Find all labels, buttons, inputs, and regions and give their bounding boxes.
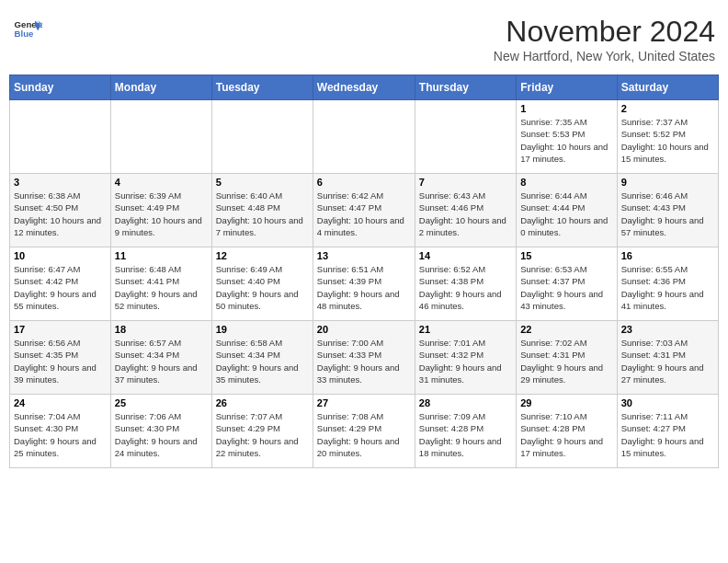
calendar-cell: 21Sunrise: 7:01 AM Sunset: 4:32 PM Dayli… (415, 321, 516, 395)
day-info: Sunrise: 7:01 AM Sunset: 4:32 PM Dayligh… (419, 337, 512, 385)
day-info: Sunrise: 6:40 AM Sunset: 4:48 PM Dayligh… (216, 190, 309, 238)
weekday-header-saturday: Saturday (617, 75, 718, 100)
day-number: 13 (317, 250, 411, 261)
day-number: 21 (419, 324, 512, 335)
day-number: 14 (419, 250, 512, 261)
day-info: Sunrise: 6:53 AM Sunset: 4:37 PM Dayligh… (520, 263, 612, 312)
calendar-cell: 30Sunrise: 7:11 AM Sunset: 4:27 PM Dayli… (617, 395, 718, 468)
weekday-header-tuesday: Tuesday (211, 75, 313, 100)
calendar-cell: 3Sunrise: 6:38 AM Sunset: 4:50 PM Daylig… (10, 174, 111, 247)
day-info: Sunrise: 6:44 AM Sunset: 4:44 PM Dayligh… (520, 190, 612, 238)
calendar-cell: 6Sunrise: 6:42 AM Sunset: 4:47 PM Daylig… (313, 174, 415, 247)
logo-icon: General Blue (13, 15, 42, 44)
calendar: SundayMondayTuesdayWednesdayThursdayFrid… (9, 75, 719, 468)
week-row-4: 17Sunrise: 6:56 AM Sunset: 4:35 PM Dayli… (10, 321, 719, 395)
calendar-cell: 25Sunrise: 7:06 AM Sunset: 4:30 PM Dayli… (110, 395, 211, 468)
weekday-header-wednesday: Wednesday (313, 75, 415, 100)
calendar-cell (313, 100, 415, 174)
day-number: 6 (317, 177, 411, 188)
calendar-cell: 22Sunrise: 7:02 AM Sunset: 4:31 PM Dayli… (517, 321, 617, 395)
day-number: 27 (317, 397, 411, 408)
week-row-1: 1Sunrise: 7:35 AM Sunset: 5:53 PM Daylig… (10, 100, 719, 174)
day-info: Sunrise: 7:10 AM Sunset: 4:28 PM Dayligh… (520, 410, 612, 459)
day-info: Sunrise: 6:56 AM Sunset: 4:35 PM Dayligh… (14, 337, 107, 385)
day-number: 22 (520, 324, 612, 335)
day-number: 24 (14, 397, 107, 408)
day-info: Sunrise: 7:37 AM Sunset: 5:52 PM Dayligh… (621, 116, 714, 165)
calendar-cell: 15Sunrise: 6:53 AM Sunset: 4:37 PM Dayli… (517, 247, 617, 321)
day-number: 12 (216, 250, 309, 261)
day-info: Sunrise: 7:00 AM Sunset: 4:33 PM Dayligh… (317, 337, 411, 385)
day-info: Sunrise: 7:09 AM Sunset: 4:28 PM Dayligh… (419, 410, 512, 459)
day-number: 16 (621, 250, 714, 261)
calendar-cell: 23Sunrise: 7:03 AM Sunset: 4:31 PM Dayli… (617, 321, 718, 395)
week-row-2: 3Sunrise: 6:38 AM Sunset: 4:50 PM Daylig… (10, 174, 719, 247)
calendar-cell: 14Sunrise: 6:52 AM Sunset: 4:38 PM Dayli… (415, 247, 516, 321)
day-info: Sunrise: 6:43 AM Sunset: 4:46 PM Dayligh… (419, 190, 512, 238)
day-info: Sunrise: 7:35 AM Sunset: 5:53 PM Dayligh… (520, 116, 612, 165)
day-number: 26 (216, 397, 309, 408)
day-number: 10 (14, 250, 107, 261)
calendar-cell: 4Sunrise: 6:39 AM Sunset: 4:49 PM Daylig… (110, 174, 211, 247)
day-info: Sunrise: 6:46 AM Sunset: 4:43 PM Dayligh… (621, 190, 714, 238)
day-number: 18 (115, 324, 208, 335)
calendar-cell: 16Sunrise: 6:55 AM Sunset: 4:36 PM Dayli… (617, 247, 718, 321)
calendar-cell: 11Sunrise: 6:48 AM Sunset: 4:41 PM Dayli… (110, 247, 211, 321)
day-info: Sunrise: 6:47 AM Sunset: 4:42 PM Dayligh… (14, 263, 107, 312)
day-number: 30 (621, 397, 714, 408)
day-info: Sunrise: 7:07 AM Sunset: 4:29 PM Dayligh… (216, 410, 309, 459)
week-row-3: 10Sunrise: 6:47 AM Sunset: 4:42 PM Dayli… (10, 247, 719, 321)
weekday-header-friday: Friday (517, 75, 617, 100)
weekday-header-monday: Monday (110, 75, 211, 100)
day-number: 5 (216, 177, 309, 188)
calendar-cell: 10Sunrise: 6:47 AM Sunset: 4:42 PM Dayli… (10, 247, 111, 321)
header: General Blue November 2024 New Hartford,… (9, 9, 719, 69)
calendar-cell: 8Sunrise: 6:44 AM Sunset: 4:44 PM Daylig… (517, 174, 617, 247)
calendar-cell: 20Sunrise: 7:00 AM Sunset: 4:33 PM Dayli… (313, 321, 415, 395)
day-number: 19 (216, 324, 309, 335)
day-info: Sunrise: 6:55 AM Sunset: 4:36 PM Dayligh… (621, 263, 714, 312)
day-number: 4 (115, 177, 208, 188)
calendar-cell: 17Sunrise: 6:56 AM Sunset: 4:35 PM Dayli… (10, 321, 111, 395)
day-info: Sunrise: 6:52 AM Sunset: 4:38 PM Dayligh… (419, 263, 512, 312)
calendar-cell: 24Sunrise: 7:04 AM Sunset: 4:30 PM Dayli… (10, 395, 111, 468)
day-number: 3 (14, 177, 107, 188)
day-number: 20 (317, 324, 411, 335)
day-number: 23 (621, 324, 714, 335)
month-title: November 2024 (494, 15, 715, 49)
week-row-5: 24Sunrise: 7:04 AM Sunset: 4:30 PM Dayli… (10, 395, 719, 468)
day-info: Sunrise: 7:06 AM Sunset: 4:30 PM Dayligh… (115, 410, 208, 459)
calendar-cell: 19Sunrise: 6:58 AM Sunset: 4:34 PM Dayli… (211, 321, 313, 395)
day-info: Sunrise: 6:49 AM Sunset: 4:40 PM Dayligh… (216, 263, 309, 312)
logo: General Blue (13, 15, 42, 44)
day-number: 9 (621, 177, 714, 188)
location-title: New Hartford, New York, United States (494, 49, 715, 63)
calendar-cell: 12Sunrise: 6:49 AM Sunset: 4:40 PM Dayli… (211, 247, 313, 321)
calendar-cell: 1Sunrise: 7:35 AM Sunset: 5:53 PM Daylig… (517, 100, 617, 174)
day-info: Sunrise: 7:02 AM Sunset: 4:31 PM Dayligh… (520, 337, 612, 385)
calendar-cell: 9Sunrise: 6:46 AM Sunset: 4:43 PM Daylig… (617, 174, 718, 247)
day-number: 17 (14, 324, 107, 335)
calendar-cell: 26Sunrise: 7:07 AM Sunset: 4:29 PM Dayli… (211, 395, 313, 468)
day-info: Sunrise: 6:39 AM Sunset: 4:49 PM Dayligh… (115, 190, 208, 238)
calendar-cell (415, 100, 516, 174)
day-info: Sunrise: 6:38 AM Sunset: 4:50 PM Dayligh… (14, 190, 107, 238)
weekday-header-sunday: Sunday (10, 75, 111, 100)
calendar-cell: 13Sunrise: 6:51 AM Sunset: 4:39 PM Dayli… (313, 247, 415, 321)
calendar-cell (110, 100, 211, 174)
day-number: 25 (115, 397, 208, 408)
day-number: 28 (419, 397, 512, 408)
calendar-cell (10, 100, 111, 174)
day-info: Sunrise: 6:42 AM Sunset: 4:47 PM Dayligh… (317, 190, 411, 238)
calendar-cell: 29Sunrise: 7:10 AM Sunset: 4:28 PM Dayli… (517, 395, 617, 468)
day-number: 15 (520, 250, 612, 261)
day-info: Sunrise: 7:11 AM Sunset: 4:27 PM Dayligh… (621, 410, 714, 459)
day-number: 2 (621, 103, 714, 114)
svg-text:Blue: Blue (15, 29, 34, 39)
day-number: 11 (115, 250, 208, 261)
weekday-header-thursday: Thursday (415, 75, 516, 100)
day-number: 1 (520, 103, 612, 114)
calendar-cell: 2Sunrise: 7:37 AM Sunset: 5:52 PM Daylig… (617, 100, 718, 174)
calendar-cell (211, 100, 313, 174)
calendar-cell: 28Sunrise: 7:09 AM Sunset: 4:28 PM Dayli… (415, 395, 516, 468)
